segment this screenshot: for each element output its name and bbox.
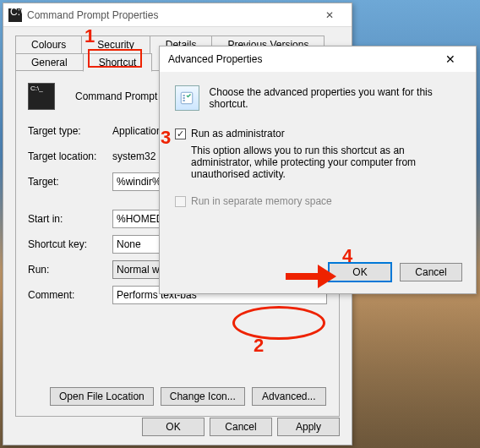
advanced-cancel-button[interactable]: Cancel xyxy=(400,263,462,281)
advanced-ok-button[interactable]: OK xyxy=(329,263,391,281)
cmd-icon: C:\_ xyxy=(28,83,55,110)
cmd-small-icon: C:\ xyxy=(8,8,22,22)
shortcut-header-label: Command Prompt xyxy=(75,90,157,102)
tab-general[interactable]: General xyxy=(15,53,84,71)
svg-text:C:\: C:\ xyxy=(10,8,22,18)
properties-cancel-button[interactable]: Cancel xyxy=(210,418,272,436)
separate-memory-checkbox xyxy=(175,196,186,207)
tab-colours[interactable]: Colours xyxy=(15,36,82,53)
change-icon-button[interactable]: Change Icon... xyxy=(161,387,245,406)
tab-shortcut[interactable]: Shortcut xyxy=(83,53,153,72)
svg-rect-2 xyxy=(182,92,194,104)
advanced-title: Advanced Properties xyxy=(168,53,434,65)
shortcut-key-label: Shortcut key: xyxy=(28,238,112,250)
start-in-label: Start in: xyxy=(28,213,112,225)
run-as-admin-label: Run as administrator xyxy=(191,128,285,139)
advanced-title-bar: Advanced Properties ✕ xyxy=(160,46,476,72)
tab-security[interactable]: Security xyxy=(81,36,150,53)
advanced-button[interactable]: Advanced... xyxy=(252,387,326,406)
run-as-admin-description: This option allows you to run this short… xyxy=(191,145,453,180)
advanced-close-button[interactable]: ✕ xyxy=(434,47,467,71)
target-location-label: Target location: xyxy=(28,150,112,162)
target-label: Target: xyxy=(28,176,112,188)
run-as-admin-checkbox[interactable] xyxy=(175,128,186,139)
advanced-properties-window: Advanced Properties ✕ Choose the advance… xyxy=(159,46,477,294)
close-button[interactable]: ✕ xyxy=(313,5,346,25)
target-type-label: Target type: xyxy=(28,125,112,137)
properties-ok-button[interactable]: OK xyxy=(142,418,205,436)
run-label: Run: xyxy=(28,264,112,276)
checklist-icon xyxy=(175,85,199,111)
comment-label: Comment: xyxy=(28,289,112,301)
properties-apply-button[interactable]: Apply xyxy=(277,418,340,436)
properties-title: Command Prompt Properties xyxy=(27,9,313,21)
advanced-intro-text: Choose the advanced properties you want … xyxy=(210,86,461,110)
open-file-location-button[interactable]: Open File Location xyxy=(50,387,154,406)
properties-title-bar: C:\ Command Prompt Properties ✕ xyxy=(3,3,352,27)
separate-memory-label: Run in separate memory space xyxy=(191,195,332,207)
